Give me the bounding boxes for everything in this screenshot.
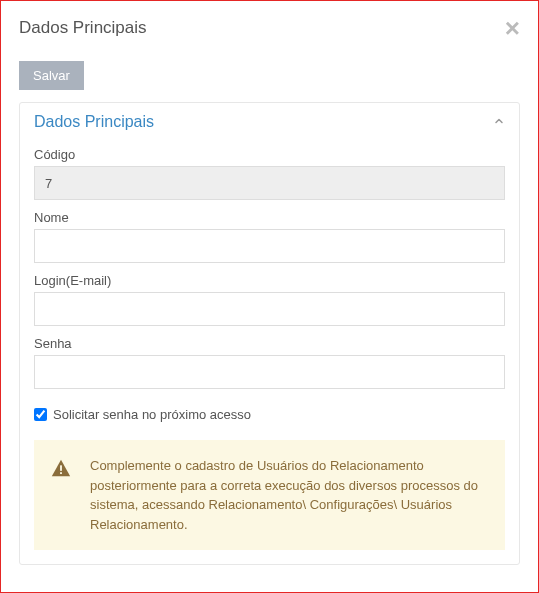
nome-input[interactable]	[34, 229, 505, 263]
senha-label: Senha	[34, 336, 505, 351]
chevron-up-icon	[493, 114, 505, 130]
warning-icon	[50, 458, 72, 486]
panel-title: Dados Principais	[34, 113, 154, 131]
alert-warning: Complemente o cadastro de Usuários do Re…	[34, 440, 505, 550]
modal-dialog: Dados Principais × Salvar Dados Principa…	[1, 1, 538, 592]
senha-input[interactable]	[34, 355, 505, 389]
field-nome: Nome	[34, 210, 505, 263]
panel-dados-principais: Dados Principais Código Nome	[19, 102, 520, 565]
panel-body: Código Nome Login(E-mail) Senha	[20, 141, 519, 564]
solicitar-senha-checkbox[interactable]	[34, 408, 47, 421]
nome-label: Nome	[34, 210, 505, 225]
panel-header[interactable]: Dados Principais	[20, 103, 519, 141]
field-solicitar-senha: Solicitar senha no próximo acesso	[34, 407, 505, 422]
save-button[interactable]: Salvar	[19, 61, 84, 90]
field-senha: Senha	[34, 336, 505, 389]
svg-rect-1	[60, 472, 62, 474]
modal-body: Salvar Dados Principais Código Nome	[1, 53, 538, 583]
solicitar-senha-label: Solicitar senha no próximo acesso	[53, 407, 251, 422]
field-login: Login(E-mail)	[34, 273, 505, 326]
codigo-label: Código	[34, 147, 505, 162]
modal-header: Dados Principais ×	[1, 1, 538, 53]
login-label: Login(E-mail)	[34, 273, 505, 288]
login-input[interactable]	[34, 292, 505, 326]
codigo-input	[34, 166, 505, 200]
close-icon[interactable]: ×	[505, 15, 520, 41]
field-codigo: Código	[34, 147, 505, 200]
alert-text: Complemente o cadastro de Usuários do Re…	[90, 456, 489, 534]
svg-rect-0	[60, 465, 62, 471]
modal-title: Dados Principais	[19, 18, 147, 38]
